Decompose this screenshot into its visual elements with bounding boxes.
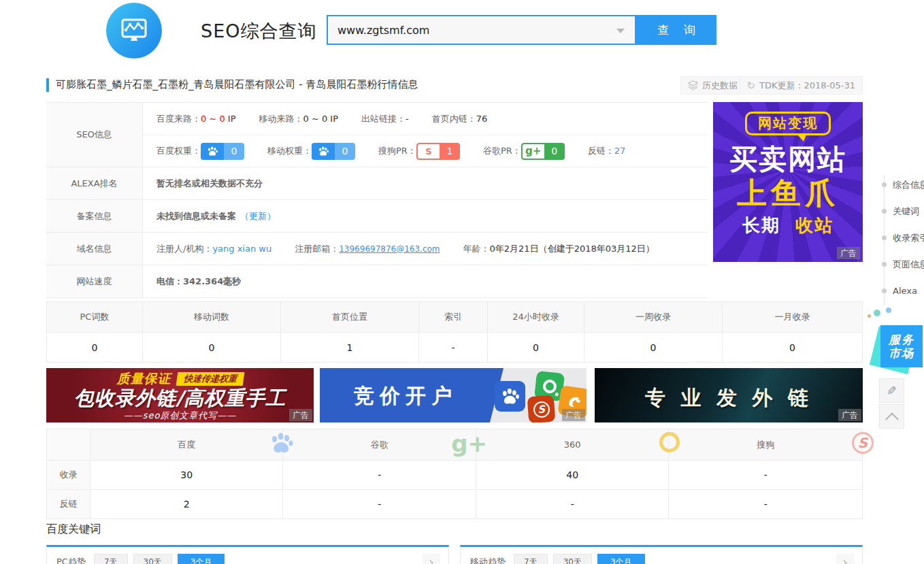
engines-header-row: 百度 谷歌 g+ 360 搜狗 S [47, 429, 862, 460]
site-title: 可膨胀石墨_鳞片石墨_石墨粉_青岛晨阳石墨有限公司 - 青岛晨阳石墨粉行情信息 [56, 78, 418, 91]
col-360: 360 [476, 429, 670, 460]
seo-info-table: SEO信息 百度来路：0 ~ 0 IP 移动来路：0 ~ 0 IP 出站链接：-… [46, 102, 708, 298]
page-title-app: SEO综合查询 [201, 19, 316, 44]
inlink-value: 76 [476, 114, 488, 124]
service-market-badge[interactable]: 服务市场 [880, 325, 923, 367]
mobile-trend-label: 移动趋势 [470, 556, 506, 564]
baidu-backlink-value[interactable]: 2 [90, 490, 284, 518]
tdk-update-button[interactable]: ↻ TDK更新：2018-05-31 [739, 76, 863, 95]
tdk-update-label: TDK更新：2018-05-31 [759, 80, 855, 92]
baidu-app-icon [495, 381, 525, 412]
bubble-tail [797, 135, 806, 142]
tab-7d[interactable]: 7天 [94, 554, 128, 564]
layers-icon [688, 80, 698, 90]
ad-banner-bidding[interactable]: 竞价开户 S 广告 [320, 368, 587, 422]
feedback-pencil-button[interactable]: ✎ [879, 378, 904, 403]
baidu-weight-value: 0 [224, 143, 244, 160]
tab-3m[interactable]: 3个月 [597, 554, 645, 564]
chevron-up-icon [885, 412, 899, 426]
google-plus-icon: g+ [521, 143, 544, 160]
site-logo-icon[interactable] [106, 3, 162, 59]
deco-dot [868, 314, 871, 318]
engines-row-backlink: 反链 2 - - - [47, 489, 862, 518]
title-accent-bar [46, 78, 49, 92]
chevron-right-icon[interactable]: › [836, 554, 854, 564]
domain-age-value: 0年2月21日（创建于2018年03月12日） [490, 244, 655, 254]
val-pc-words: 0 [47, 332, 143, 362]
tab-30d[interactable]: 30天 [553, 554, 592, 564]
stats-values-row: 0 0 1 - 0 0 0 [47, 332, 862, 362]
dot-icon [882, 262, 887, 267]
chevron-right-icon[interactable]: › [423, 554, 440, 564]
paw-icon [201, 143, 224, 160]
nav-item-overview[interactable]: 综合信息 [882, 171, 924, 198]
pc-trend-panel: PC趋势 7天 30天 3个月 › [46, 545, 449, 564]
engines-row-index: 收录 30 - 40 - [47, 460, 862, 489]
table-row-beian: 备案信息 未找到信息或未备案 （更新） [46, 200, 708, 233]
col-mobile-words: 移动词数 [143, 302, 281, 332]
col-sogou: 搜狗 S [669, 429, 862, 460]
val-24h: 0 [488, 332, 584, 362]
stats-header-row: PC词数 移动词数 首页位置 索引 24小时收录 一周收录 一月收录 [47, 302, 862, 332]
nav-item-alexa[interactable]: Alexa [882, 278, 924, 304]
alexa-value: 暂无排名或相关数据不充分 [156, 178, 263, 190]
table-row-seo: SEO信息 百度来路：0 ~ 0 IP 移动来路：0 ~ 0 IP 出站链接：-… [46, 103, 708, 167]
dot-icon [882, 235, 887, 240]
chevron-down-icon[interactable] [616, 29, 625, 33]
google-pr-value: 0 [544, 143, 565, 160]
row-label-speed: 网站速度 [46, 265, 143, 297]
row-label-domain: 域名信息 [46, 233, 143, 265]
stats-table: PC词数 移动词数 首页位置 索引 24小时收录 一周收录 一月收录 0 0 1… [46, 301, 863, 363]
paw-m-icon [312, 143, 335, 160]
mobile-weight-value: 0 [335, 143, 355, 160]
deco-dot [874, 310, 880, 316]
query-button[interactable]: 查 询 [636, 15, 716, 45]
deco-dot [886, 308, 891, 313]
registrant-link[interactable]: yang xian wu [212, 244, 271, 254]
ad-tag: 广告 [562, 409, 585, 421]
back-to-top-button[interactable] [879, 404, 904, 429]
ad-banner-outlinks[interactable]: 专 业 发 外 链 广告 [595, 368, 863, 422]
ad-line2: 上鱼爪 [737, 176, 839, 211]
search-input[interactable] [327, 15, 636, 45]
refresh-icon: ↻ [746, 80, 755, 92]
nav-item-keywords[interactable]: 关键词 [882, 198, 924, 225]
val-week: 0 [584, 332, 723, 362]
baidu-weight-badge[interactable]: 0 [201, 143, 244, 160]
tab-3m[interactable]: 3个月 [178, 554, 225, 564]
ad-tag: 广告 [289, 409, 312, 421]
sogou-index-value: - [669, 461, 862, 489]
val-index: - [419, 332, 488, 362]
history-data-button[interactable]: 历史数据 [680, 76, 745, 95]
monitor-chart-icon [118, 15, 150, 46]
nav-item-index[interactable]: 收录索引 [882, 225, 924, 251]
beian-update-link[interactable]: （更新） [240, 210, 276, 222]
sogou-backlink-value: - [669, 490, 862, 518]
row-label-beian: 备案信息 [46, 200, 143, 232]
360-index-value[interactable]: 40 [476, 461, 670, 489]
backlink-value[interactable]: 27 [614, 146, 626, 156]
tab-7d[interactable]: 7天 [514, 554, 548, 564]
side-ad-banner[interactable]: 网站变现 买卖网站 上鱼爪 长期收站 广告 [713, 102, 863, 262]
registrant-email-link[interactable]: 13969697876@163.com [339, 244, 440, 254]
ad-bubble-text: 网站变现 [745, 112, 831, 135]
mobile-weight-badge[interactable]: 0 [312, 143, 355, 160]
val-month: 0 [723, 332, 862, 362]
tab-30d[interactable]: 30天 [133, 554, 172, 564]
ad-banner-backlinks[interactable]: 质量保证 快速传递权重 包收录外链/高权重手工 ——seo原创文章代写—— 广告 [46, 368, 314, 422]
speed-value: 电信：342.364毫秒 [156, 276, 241, 288]
history-data-label: 历史数据 [702, 80, 738, 92]
mobile-trend-panel: 移动趋势 7天 30天 3个月 › [460, 545, 863, 564]
google-backlink-value: - [283, 490, 476, 518]
val-mobile-words: 0 [143, 332, 281, 362]
baidu-index-value[interactable]: 30 [90, 461, 284, 489]
header: SEO综合查询 查 询 [0, 0, 924, 65]
col-week: 一周收录 [584, 302, 723, 332]
ad-tag: 广告 [837, 247, 860, 259]
dot-icon [882, 182, 887, 187]
sogou-pr-badge[interactable]: S1 [416, 143, 460, 160]
sogou-icon: S [416, 143, 440, 160]
nav-item-pageinfo[interactable]: 页面信息 [882, 251, 924, 278]
google-pr-badge[interactable]: g+0 [521, 143, 565, 160]
seo-traffic-row: 百度来路：0 ~ 0 IP 移动来路：0 ~ 0 IP 出站链接：- 首页内链：… [143, 103, 708, 135]
